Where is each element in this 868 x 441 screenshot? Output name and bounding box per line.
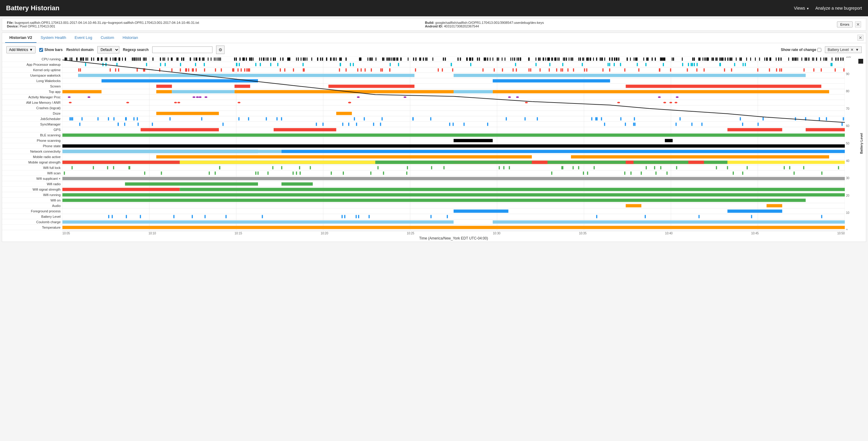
svg-point-546 [516,96,519,98]
svg-rect-84 [730,58,732,61]
svg-rect-486 [438,68,439,72]
svg-rect-263 [176,58,177,61]
svg-text:50: 50 [846,142,849,145]
svg-rect-374 [304,58,305,61]
svg-rect-650 [93,166,94,170]
svg-rect-561 [336,112,352,115]
svg-rect-54 [842,58,844,61]
svg-rect-743 [62,220,454,224]
x-axis-tick: 10:45 [751,232,758,235]
svg-rect-260 [164,58,165,61]
svg-rect-244 [543,58,544,61]
svg-rect-365 [259,58,260,61]
svg-rect-186 [288,58,289,61]
regexp-input[interactable] [152,47,213,53]
svg-rect-137 [246,58,247,61]
svg-rect-529 [626,85,821,88]
tabs: Historian V2 System Health Event Log Cus… [2,33,866,43]
svg-rect-361 [832,58,832,61]
svg-rect-72 [570,58,572,61]
svg-rect-595 [133,117,135,121]
show-rate-checkbox[interactable] [817,48,821,52]
x-axis-tick: 10:15 [235,232,242,235]
svg-rect-523 [454,74,806,77]
analyze-link[interactable]: Analyze a new bugreport [815,6,862,10]
close-tab-button[interactable]: ✕ [858,35,864,41]
svg-text:90: 90 [846,72,849,76]
row-label: Userspace wakelock [2,73,62,78]
svg-rect-457 [415,68,416,72]
row-label: Audio [2,203,62,208]
svg-rect-643 [156,155,532,159]
svg-rect-705 [255,172,256,175]
svg-rect-525 [493,79,610,83]
svg-rect-700 [406,172,407,175]
errors-button[interactable]: Errors [837,22,852,27]
svg-rect-676 [443,166,444,170]
add-metrics-button[interactable]: Add Metrics ▼ [6,46,36,53]
svg-rect-734 [112,215,113,218]
svg-rect-152 [586,58,587,61]
svg-rect-87 [716,58,718,61]
svg-rect-345 [580,58,581,61]
gear-button[interactable]: ⚙ [216,46,224,54]
show-bars-checkbox[interactable] [39,48,43,52]
tab-event-log[interactable]: Event Log [70,33,96,43]
tab-historian[interactable]: Historian [119,33,142,43]
close-file-button[interactable]: ✕ [855,22,861,27]
views-menu[interactable]: Views ▼ [794,6,809,10]
svg-rect-228 [369,58,370,61]
svg-rect-334 [707,58,708,61]
svg-point-557 [525,102,528,104]
svg-rect-220 [604,58,605,61]
row-label: Foreground process [2,208,62,214]
svg-rect-565 [201,117,203,121]
svg-point-556 [348,102,351,104]
svg-rect-436 [188,68,189,72]
svg-rect-358 [171,58,172,61]
svg-rect-207 [330,58,331,61]
tab-area: Historian V2 System Health Event Log Cus… [2,33,866,242]
tab-historian-v2[interactable]: Historian V2 [5,33,36,43]
svg-rect-627 [757,123,758,126]
svg-rect-496 [195,68,197,72]
battery-level-tag[interactable]: Battery Level ✕ ▼ [825,47,862,53]
svg-rect-360 [203,58,204,61]
svg-rect-674 [578,166,579,170]
add-metrics-dropdown-arrow: ▼ [29,48,33,52]
svg-rect-432 [609,63,610,66]
svg-rect-339 [93,58,94,61]
svg-rect-153 [427,58,428,61]
svg-rect-217 [359,58,360,61]
svg-rect-535 [454,90,493,93]
svg-rect-623 [841,123,843,126]
svg-rect-500 [304,68,305,72]
svg-rect-581 [595,117,596,121]
svg-point-545 [196,96,198,98]
svg-rect-751 [688,161,704,164]
svg-rect-368 [484,58,485,61]
svg-rect-275 [98,58,98,61]
svg-rect-749 [532,161,548,164]
tab-custom[interactable]: Custom [96,33,119,43]
tab-system-health[interactable]: System Health [36,33,70,43]
svg-point-547 [508,96,511,98]
row-label: Doze [2,111,62,116]
svg-rect-306 [334,58,335,61]
chart-main: CPU runningApp Processor wakeupKernel on… [2,56,866,231]
chart-data [62,56,845,230]
svg-rect-730 [369,215,370,218]
svg-rect-644 [571,155,829,159]
show-rate-label: Show rate of change [781,48,821,52]
battery-level-tag-close[interactable]: ✕ [850,48,854,52]
svg-rect-461 [513,68,514,72]
svg-rect-103 [694,58,695,61]
domain-select[interactable]: Default [97,46,119,53]
svg-rect-318 [635,58,636,61]
svg-rect-649 [789,166,790,170]
svg-rect-112 [700,58,701,61]
x-axis: 10:0510:1010:1510:2010:2510:3010:3510:40… [62,231,845,235]
svg-rect-315 [419,58,420,61]
battery-level-tag-dropdown[interactable]: ▼ [855,48,859,52]
svg-rect-524 [101,79,258,83]
